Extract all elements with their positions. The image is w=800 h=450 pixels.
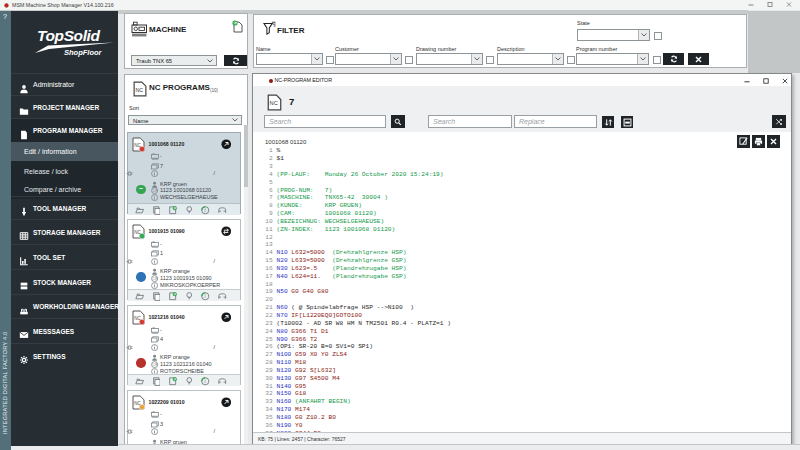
svg-text:i: i [205, 378, 207, 384]
svg-text:i: i [205, 207, 207, 213]
svg-text:CR: CR [152, 276, 158, 280]
svg-text:i: i [205, 293, 207, 299]
svg-text:CR: CR [152, 362, 158, 366]
svg-text:NC: NC [269, 100, 277, 106]
svg-text:NC: NC [135, 87, 143, 93]
svg-text:CR: CR [152, 189, 158, 193]
